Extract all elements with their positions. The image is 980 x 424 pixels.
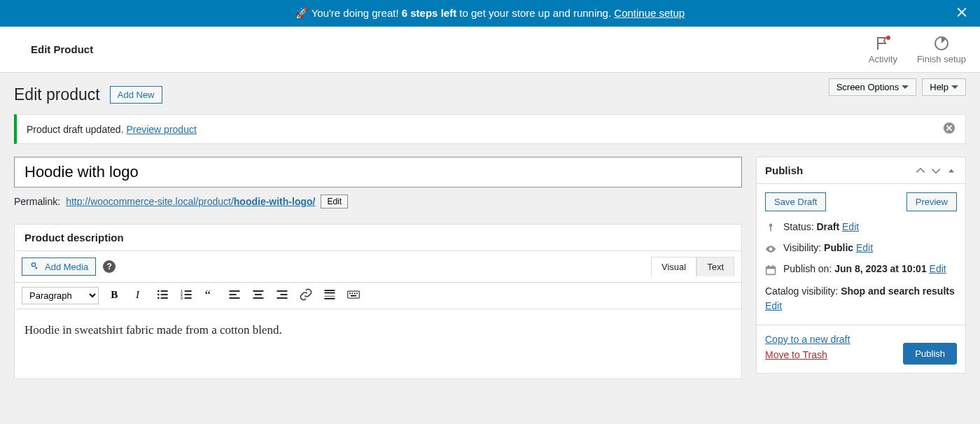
notice-text: Product draft updated. — [27, 124, 126, 135]
svg-rect-40 — [768, 265, 769, 267]
permalink-label: Permalink: — [14, 196, 60, 207]
permalink-base: http://woocommerce-site.local/product/ — [66, 196, 234, 207]
align-center-button[interactable] — [251, 288, 265, 304]
svg-rect-9 — [161, 294, 168, 295]
continue-setup-link[interactable]: Continue setup — [614, 7, 685, 19]
text-tab[interactable]: Text — [696, 257, 734, 276]
numbered-list-button[interactable]: 123 — [180, 288, 194, 304]
preview-button[interactable]: Preview — [906, 192, 957, 211]
product-title-input[interactable] — [14, 157, 742, 188]
toolbar-toggle-button[interactable] — [346, 288, 360, 304]
edit-catalog-link[interactable]: Edit — [765, 300, 782, 311]
pin-icon — [765, 222, 776, 234]
italic-icon: I — [132, 288, 146, 302]
screen-options-button[interactable]: Screen Options — [829, 78, 917, 96]
align-center-icon — [251, 288, 265, 302]
banner-text-1: You're doing great! — [312, 7, 402, 19]
calendar-icon — [765, 264, 776, 276]
preview-product-link[interactable]: Preview product — [126, 124, 196, 135]
bold-button[interactable]: B — [108, 288, 122, 304]
banner-bold: 6 steps left — [402, 7, 456, 19]
readmore-button[interactable] — [323, 288, 337, 304]
bold-icon: B — [108, 288, 122, 302]
link-icon — [299, 288, 313, 302]
svg-text:“: “ — [205, 288, 211, 302]
svg-rect-21 — [230, 297, 240, 299]
svg-point-3 — [31, 263, 35, 267]
editor-formatting-toolbar: Paragraph B I 123 “ — [15, 282, 741, 309]
svg-rect-33 — [349, 293, 351, 295]
close-icon — [954, 5, 969, 20]
svg-rect-17 — [185, 297, 192, 299]
svg-rect-22 — [253, 290, 264, 292]
chevron-up-icon[interactable] — [915, 165, 926, 176]
status-value: Draft — [816, 221, 839, 232]
align-right-icon — [275, 288, 289, 302]
publish-on-label: Publish on: — [783, 263, 834, 274]
rocket-icon: 🚀 — [295, 7, 309, 19]
flag-icon — [874, 35, 891, 52]
svg-rect-13 — [185, 290, 192, 292]
publish-box-title: Publish — [765, 164, 911, 176]
svg-rect-25 — [277, 290, 288, 292]
svg-text:I: I — [135, 289, 140, 300]
align-left-button[interactable] — [227, 288, 241, 304]
svg-point-10 — [158, 297, 160, 299]
setup-banner: 🚀 You're doing great! 6 steps left to ge… — [0, 0, 980, 27]
blockquote-button[interactable]: “ — [204, 288, 218, 304]
edit-date-link[interactable]: Edit — [930, 263, 946, 274]
permalink-slug: hoodie-with-logo/ — [234, 196, 316, 207]
edit-status-link[interactable]: Edit — [842, 221, 859, 232]
italic-button[interactable]: I — [132, 288, 146, 304]
edit-visibility-link[interactable]: Edit — [856, 242, 873, 253]
visual-tab[interactable]: Visual — [651, 257, 696, 276]
chevron-down-icon — [951, 84, 958, 91]
editor-content[interactable]: Hoodie in sweatshirt fabric made from a … — [15, 309, 741, 379]
svg-rect-20 — [230, 294, 237, 295]
page-heading: Edit product — [14, 85, 100, 104]
link-button[interactable] — [299, 288, 313, 304]
chevron-down-icon — [902, 84, 909, 91]
svg-rect-7 — [161, 290, 168, 292]
quote-icon: “ — [204, 288, 218, 302]
publish-button[interactable]: Publish — [903, 343, 957, 365]
copy-to-draft-link[interactable]: Copy to a new draft — [765, 334, 903, 345]
header-title: Edit Product — [31, 43, 869, 55]
svg-text:B: B — [111, 289, 118, 300]
svg-rect-19 — [230, 290, 240, 292]
collapse-icon[interactable] — [946, 165, 957, 176]
svg-rect-41 — [772, 265, 774, 267]
edit-permalink-button[interactable]: Edit — [321, 195, 348, 209]
help-icon[interactable]: ? — [103, 260, 115, 273]
svg-rect-37 — [351, 295, 356, 297]
add-media-label: Add Media — [45, 262, 88, 272]
catalog-label: Catalog visibility: — [765, 285, 841, 297]
publish-box: Publish Save Draft Preview Status: Draft… — [756, 157, 966, 374]
chevron-down-icon[interactable] — [930, 165, 941, 176]
dismiss-notice-button[interactable] — [943, 122, 955, 136]
align-right-button[interactable] — [275, 288, 289, 304]
close-banner-button[interactable] — [954, 5, 969, 22]
eye-icon — [765, 243, 776, 255]
svg-rect-28 — [325, 290, 335, 291]
finish-setup-label: Finish setup — [917, 54, 966, 64]
help-label: Help — [930, 82, 948, 92]
svg-rect-30 — [325, 296, 335, 297]
add-media-button[interactable]: Add Media — [22, 257, 96, 276]
svg-rect-31 — [325, 298, 335, 299]
help-button[interactable]: Help — [922, 78, 966, 96]
activity-label: Activity — [869, 54, 897, 64]
svg-rect-34 — [352, 293, 354, 295]
permalink-url[interactable]: http://woocommerce-site.local/product/ho… — [66, 196, 315, 207]
add-new-button[interactable]: Add New — [110, 86, 162, 104]
svg-rect-36 — [356, 293, 358, 295]
bullet-list-button[interactable] — [156, 288, 170, 304]
save-draft-button[interactable]: Save Draft — [765, 192, 826, 211]
dismiss-icon — [943, 122, 955, 134]
paragraph-select[interactable]: Paragraph — [22, 287, 99, 304]
activity-button[interactable]: Activity — [869, 35, 897, 64]
description-heading: Product description — [15, 225, 741, 251]
finish-setup-button[interactable]: Finish setup — [917, 35, 966, 64]
numbered-list-icon: 123 — [180, 288, 194, 302]
move-to-trash-link[interactable]: Move to Trash — [765, 349, 903, 360]
